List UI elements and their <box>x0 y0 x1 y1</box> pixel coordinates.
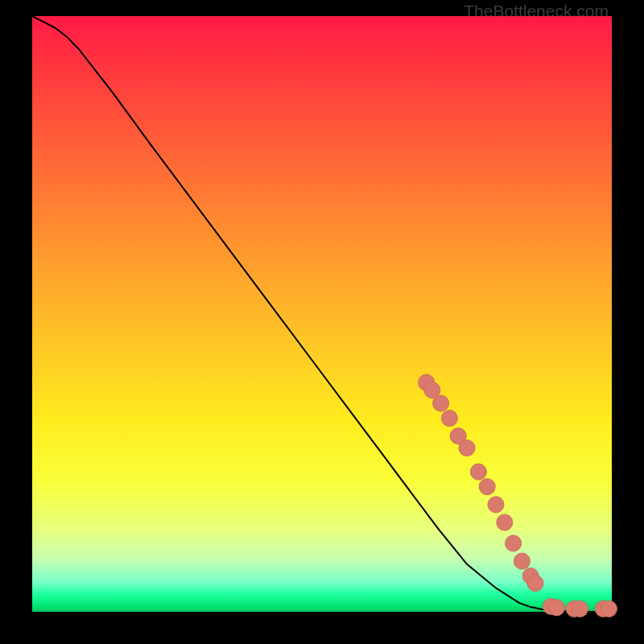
curve-line <box>32 16 612 612</box>
svg-point-2 <box>433 395 449 411</box>
svg-point-6 <box>470 464 486 480</box>
chart-svg <box>32 16 612 612</box>
svg-point-7 <box>479 479 495 495</box>
svg-point-3 <box>441 410 457 426</box>
chart-stage: TheBottleneck.com <box>0 0 644 644</box>
svg-point-17 <box>572 601 588 617</box>
svg-point-10 <box>506 535 522 551</box>
svg-point-15 <box>549 600 565 616</box>
svg-point-11 <box>514 553 530 569</box>
svg-point-5 <box>459 440 475 456</box>
svg-point-9 <box>497 514 513 530</box>
svg-point-13 <box>527 575 543 591</box>
svg-point-19 <box>601 601 617 617</box>
svg-point-8 <box>488 497 504 513</box>
scatter-markers <box>419 374 617 617</box>
plot-area <box>32 16 612 612</box>
